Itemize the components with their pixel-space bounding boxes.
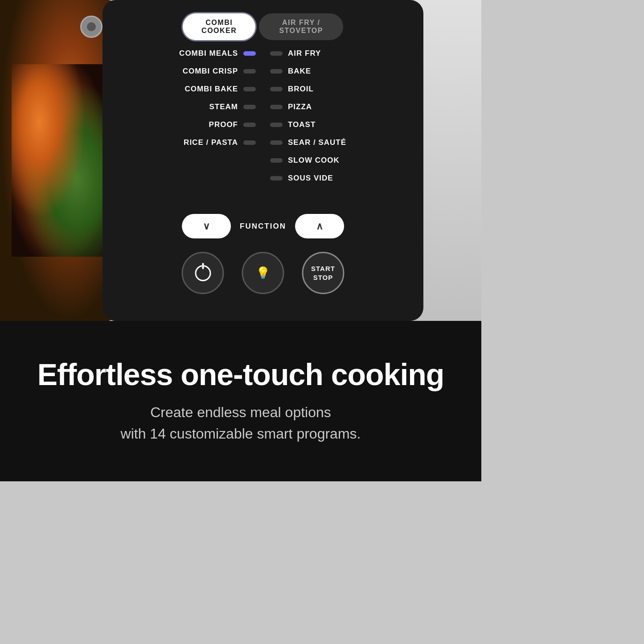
menu-item-pizza[interactable]: PIZZA — [263, 98, 406, 116]
led-bake — [270, 69, 283, 74]
chevron-up-icon: ∧ — [316, 221, 323, 232]
subtext: Create endless meal options with 14 cust… — [121, 402, 361, 444]
menu-item-combi-crisp[interactable]: COMBI CRISP — [120, 62, 263, 80]
chevron-down-icon: ∨ — [203, 221, 210, 232]
scene: COMBI COOKER AIR FRY / STOVETOP COMBI ME… — [0, 0, 481, 481]
menu-item-sear-saute[interactable]: SEAR / SAUTÉ — [263, 134, 406, 152]
bottom-section: Effortless one-touch cooking Create endl… — [0, 321, 481, 481]
tray-indicator — [80, 16, 103, 38]
menu-item-combi-meals[interactable]: COMBI MEALS — [120, 45, 263, 62]
led-proof — [243, 123, 256, 127]
right-background — [414, 0, 481, 321]
subtext-line1: Create endless meal options — [150, 404, 331, 420]
led-toast — [270, 123, 283, 127]
power-button[interactable] — [182, 252, 224, 294]
start-stop-label: STARTSTOP — [311, 264, 335, 282]
function-down-button[interactable]: ∨ — [182, 214, 231, 238]
menu-item-broil[interactable]: BROIL — [263, 80, 406, 98]
led-air-fry — [270, 51, 283, 56]
light-button[interactable]: 💡 — [242, 252, 284, 294]
tab-combi-cooker[interactable]: COMBI COOKER — [183, 13, 255, 40]
function-grid: COMBI MEALS COMBI CRISP COMBI BAKE STEAM… — [120, 45, 406, 187]
right-column: AIR FRY BAKE BROIL PIZZA TOAST — [263, 45, 406, 187]
led-rice-pasta — [243, 140, 256, 145]
menu-item-bake[interactable]: BAKE — [263, 62, 406, 80]
led-broil — [270, 87, 283, 91]
light-bulb-icon: 💡 — [256, 266, 271, 280]
left-column: COMBI MEALS COMBI CRISP COMBI BAKE STEAM… — [120, 45, 263, 187]
tray-dot — [87, 22, 96, 31]
led-pizza — [270, 105, 283, 109]
food-panel — [0, 0, 116, 321]
tab-airfry-stovetop[interactable]: AIR FRY / STOVETOP — [259, 13, 343, 40]
bottom-controls: 💡 STARTSTOP — [182, 252, 345, 294]
function-label: FUNCTION — [240, 222, 286, 231]
power-icon — [195, 265, 211, 281]
led-sous-vide — [270, 176, 283, 180]
control-panel: COMBI COOKER AIR FRY / STOVETOP COMBI ME… — [103, 0, 423, 321]
subtext-line2: with 14 customizable smart programs. — [121, 426, 361, 442]
menu-item-steam[interactable]: STEAM — [120, 98, 263, 116]
start-stop-button[interactable]: STARTSTOP — [302, 252, 345, 294]
menu-item-proof[interactable]: PROOF — [120, 116, 263, 134]
menu-item-sous-vide[interactable]: SOUS VIDE — [263, 169, 406, 187]
led-steam — [243, 105, 256, 109]
menu-item-toast[interactable]: TOAST — [263, 116, 406, 134]
menu-item-combi-bake[interactable]: COMBI BAKE — [120, 80, 263, 98]
led-sear-saute — [270, 140, 283, 145]
food-image — [0, 0, 116, 321]
function-nav: ∨ FUNCTION ∧ — [182, 214, 344, 238]
led-combi-bake — [243, 87, 256, 91]
led-combi-crisp — [243, 69, 256, 74]
headline: Effortless one-touch cooking — [37, 358, 444, 391]
led-combi-meals — [243, 51, 256, 56]
led-slow-cook — [270, 158, 283, 163]
function-up-button[interactable]: ∧ — [295, 214, 344, 238]
tab-bar: COMBI COOKER AIR FRY / STOVETOP — [183, 13, 343, 40]
menu-item-air-fry[interactable]: AIR FRY — [263, 45, 406, 62]
menu-item-slow-cook[interactable]: SLOW COOK — [263, 152, 406, 169]
menu-item-rice-pasta[interactable]: RICE / PASTA — [120, 134, 263, 152]
